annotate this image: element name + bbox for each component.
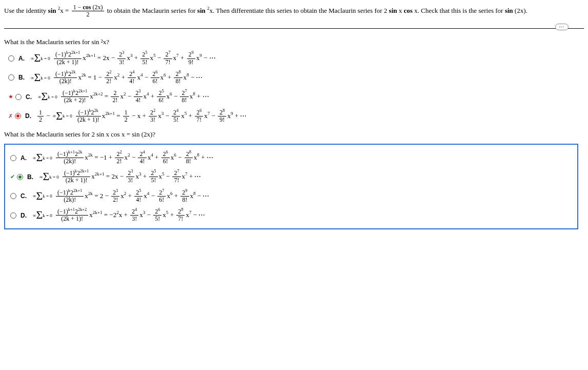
option-math: ∞Σk = 0 (−1)k+122k(2k)!x2k = −1 + 222!x2… xyxy=(32,151,213,165)
option-label: D. xyxy=(25,112,31,120)
collapse-icon[interactable]: ⋯ xyxy=(555,24,569,30)
q1-option-a[interactable]: A. ∞Σk = 0 (−1)k22k+1(2k + 1)!x2k+1 = 2x… xyxy=(8,51,584,65)
radio-icon[interactable] xyxy=(15,113,21,119)
option-label: D. xyxy=(21,212,27,219)
option-math: ∞Σk = 0 (−1)k22k+1(2k + 1)!x2k+1 = 2x − … xyxy=(38,170,201,184)
option-label: B. xyxy=(18,74,25,81)
option-math: ∞Σk = 0 (−1)k22k+1(2k)!x2k = 2 − 232!x2 … xyxy=(32,189,209,203)
q2-options: A. ∞Σk = 0 (−1)k+122k(2k)!x2k = −1 + 222… xyxy=(10,151,575,223)
radio-icon[interactable] xyxy=(10,193,16,199)
q1-option-c[interactable]: ★ C. ∞Σk = 0 (−1)k22k+1(2k + 2)!x2k+2 = … xyxy=(8,90,584,104)
option-label: C. xyxy=(26,93,32,101)
q2-option-a[interactable]: A. ∞Σk = 0 (−1)k+122k(2k)!x2k = −1 + 222… xyxy=(10,151,575,165)
option-math: ∞Σk = 0 (−1)k+122k+2(2k + 1)!x2k+1 = −22… xyxy=(32,208,205,222)
radio-icon[interactable] xyxy=(8,55,14,62)
q2-option-b[interactable]: ✔ B. ∞Σk = 0 (−1)k22k+1(2k + 1)!x2k+1 = … xyxy=(10,170,575,184)
radio-icon[interactable] xyxy=(10,212,16,219)
q1-option-b[interactable]: B. ∞Σk = 0 (−1)k22k(2k)!x2k = 1 − 222!x2… xyxy=(8,71,584,85)
option-math: ∞Σk = 0 (−1)k22k(2k)!x2k = 1 − 222!x2 + … xyxy=(30,71,202,85)
option-math: ∞Σk = 0 (−1)k22k+1(2k + 1)!x2k+1 = 2x − … xyxy=(30,51,216,65)
option-label: A. xyxy=(21,154,27,162)
option-math: 12 − ∞Σk = 0 (−1)k22k(2k + 1)!x2k+1 = 12… xyxy=(36,109,247,123)
q1-options: A. ∞Σk = 0 (−1)k22k+1(2k + 1)!x2k+1 = 2x… xyxy=(8,51,584,123)
answer-highlight-box: A. ∞Σk = 0 (−1)k+122k(2k)!x2k = −1 + 222… xyxy=(4,144,578,230)
x-icon: ✗ xyxy=(8,113,13,120)
question-2: What is the Maclaurin series for 2 sin x… xyxy=(4,130,584,139)
radio-icon[interactable] xyxy=(10,155,16,161)
option-label: B. xyxy=(27,173,33,181)
q2-option-c[interactable]: C. ∞Σk = 0 (−1)k22k+1(2k)!x2k = 2 − 232!… xyxy=(10,189,575,203)
radio-icon[interactable] xyxy=(17,174,23,180)
check-icon: ✔ xyxy=(10,173,15,180)
option-math: ∞Σk = 0 (−1)k22k+1(2k + 2)!x2k+2 = 22!x2… xyxy=(37,90,209,104)
star-icon: ★ xyxy=(8,93,13,100)
radio-icon[interactable] xyxy=(8,74,14,81)
q1-option-d[interactable]: ✗ D. 12 − ∞Σk = 0 (−1)k22k(2k + 1)!x2k+1… xyxy=(8,109,584,123)
question-1: What is the Maclaurin series for sin ²x? xyxy=(4,38,584,46)
q2-option-d[interactable]: D. ∞Σk = 0 (−1)k+122k+2(2k + 1)!x2k+1 = … xyxy=(10,208,575,222)
option-label: C. xyxy=(21,192,27,200)
radio-icon[interactable] xyxy=(15,94,22,100)
problem-statement: Use the identity sin 2x = 1 − cos (2x)2 … xyxy=(4,4,584,18)
option-label: A. xyxy=(18,55,25,62)
divider xyxy=(4,28,584,29)
